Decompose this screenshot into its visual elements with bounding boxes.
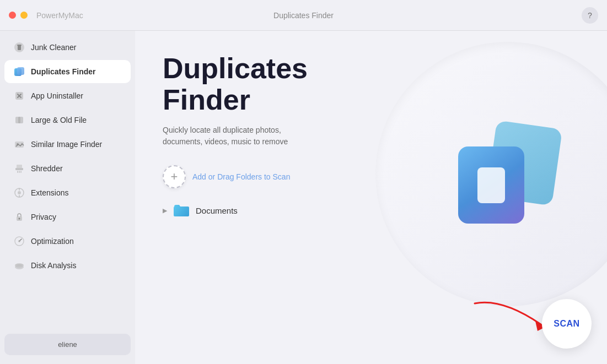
traffic-lights — [9, 12, 28, 19]
dup-card-inner — [477, 167, 505, 203]
disk-analysis-icon — [13, 259, 25, 271]
folder-chevron-icon: ▶ — [163, 207, 167, 214]
sidebar-label-large-old-file: Large & Old File — [31, 116, 87, 124]
help-button[interactable]: ? — [582, 7, 598, 24]
svg-rect-4 — [17, 67, 24, 75]
sidebar-item-app-uninstaller[interactable]: App Uninstaller — [4, 84, 131, 107]
svg-point-18 — [18, 191, 21, 194]
duplicates-finder-icon — [13, 66, 25, 78]
large-old-file-icon — [13, 114, 25, 126]
sidebar-item-privacy[interactable]: Privacy — [4, 205, 131, 229]
svg-point-22 — [19, 218, 20, 220]
page-title: Duplicates Finder — [163, 53, 306, 116]
privacy-icon — [13, 211, 25, 223]
svg-rect-13 — [17, 165, 22, 168]
main-layout: Junk Cleaner — [0, 31, 607, 364]
sidebar-label-duplicates-finder: Duplicates Finder — [31, 67, 95, 76]
sidebar-label-shredder: Shredder — [31, 164, 63, 173]
page-description: Quickly locate all duplicate photos, doc… — [163, 124, 295, 148]
svg-rect-1 — [18, 45, 21, 50]
svg-point-24 — [18, 240, 20, 242]
svg-rect-9 — [18, 117, 23, 123]
sidebar-item-large-old-file[interactable]: Large & Old File — [4, 108, 131, 132]
sidebar-label-app-uninstaller: App Uninstaller — [31, 91, 83, 100]
svg-rect-15 — [19, 171, 20, 173]
folder-icon — [173, 202, 190, 219]
extensions-icon — [13, 187, 25, 199]
sidebar-label-optimization: Optimization — [31, 237, 74, 246]
window-title: Duplicates Finder — [273, 11, 334, 20]
user-button[interactable]: eliene — [4, 334, 131, 355]
minimize-button[interactable] — [20, 12, 28, 19]
svg-rect-2 — [17, 45, 22, 46]
sidebar-item-duplicates-finder[interactable]: Duplicates Finder — [4, 60, 131, 83]
sidebar-item-extensions[interactable]: Extensions — [4, 181, 131, 204]
documents-folder-name: Documents — [196, 206, 238, 215]
scan-button[interactable]: SCAN — [542, 299, 592, 349]
sidebar-item-disk-analysis[interactable]: Disk Analysis — [4, 254, 131, 277]
close-button[interactable] — [9, 12, 16, 19]
sidebar-item-junk-cleaner[interactable]: Junk Cleaner — [4, 36, 131, 59]
duplicates-illustration — [458, 124, 557, 224]
sidebar-item-similar-image-finder[interactable]: Similar Image Finder — [4, 133, 131, 156]
titlebar: PowerMyMac Duplicates Finder ? — [0, 0, 607, 31]
sidebar-label-extensions: Extensions — [31, 188, 68, 197]
add-folder-circle-icon: + — [163, 165, 186, 188]
svg-rect-12 — [15, 168, 23, 170]
optimization-icon — [13, 235, 25, 247]
sidebar-label-junk-cleaner: Junk Cleaner — [31, 43, 77, 52]
junk-cleaner-icon — [13, 41, 25, 53]
content-area: Duplicates Finder Quickly locate all dup… — [135, 31, 607, 364]
svg-rect-16 — [20, 171, 22, 173]
add-folder-label: Add or Drag Folders to Scan — [192, 172, 290, 181]
shredder-icon — [13, 162, 25, 175]
scan-button-wrap: SCAN — [542, 299, 592, 349]
sidebar-label-similar-image-finder: Similar Image Finder — [31, 140, 102, 149]
app-name: PowerMyMac — [36, 11, 83, 20]
dup-card-front — [458, 146, 524, 224]
sidebar-label-disk-analysis: Disk Analysis — [31, 261, 76, 270]
svg-rect-14 — [17, 171, 18, 173]
sidebar-label-privacy: Privacy — [31, 213, 56, 221]
illustration-circle — [375, 42, 607, 306]
sidebar: Junk Cleaner — [0, 31, 135, 364]
app-uninstaller-icon — [13, 90, 25, 102]
similar-image-finder-icon — [13, 138, 25, 150]
sidebar-item-optimization[interactable]: Optimization — [4, 230, 131, 253]
sidebar-item-shredder[interactable]: Shredder — [4, 157, 131, 180]
